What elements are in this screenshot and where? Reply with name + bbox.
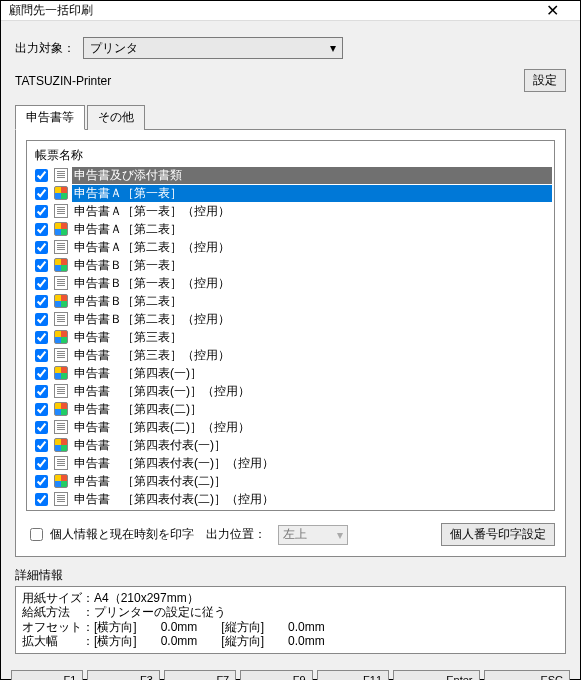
list-item-checkbox[interactable] [35,367,48,380]
list-item-checkbox[interactable] [35,331,48,344]
list-item-label: 申告書 ［第三表］ [72,329,552,346]
list-item-checkbox[interactable] [35,205,48,218]
document-icon [54,420,68,434]
list-item-label: 申告書Ｂ［第一表］（控用） [72,275,552,292]
f3-browse-button[interactable]: F3参照 [87,670,159,680]
list-item[interactable]: 申告書 ［第四表(二)］（控用） [35,418,552,436]
options-row: 個人情報と現在時刻を印字 出力位置： 左上 個人番号印字設定 [26,523,555,546]
output-target-row: 出力対象： プリンタ [15,37,566,59]
output-position-select[interactable]: 左上 [278,525,348,545]
list-item-checkbox[interactable] [35,313,48,326]
list-item-label: 申告書Ｂ［第一表］ [72,257,552,274]
form-list-header: 帳票名称 [35,147,552,164]
list-item-label: 申告書Ａ［第一表］（控用） [72,203,552,220]
list-item[interactable]: 申告書Ａ［第二表］（控用） [35,238,552,256]
close-icon[interactable]: ✕ [532,1,572,20]
list-item[interactable]: 申告書Ａ［第一表］ [35,184,552,202]
color-page-icon [54,474,68,488]
document-icon [54,240,68,254]
list-item[interactable]: 申告書Ｂ［第二表］（控用） [35,310,552,328]
list-item-checkbox[interactable] [35,259,48,272]
list-item-label: 申告書 ［第四表付表(一)］（控用） [72,455,552,472]
list-item[interactable]: 申告書Ｂ［第一表］ [35,256,552,274]
list-item[interactable]: 申告書 ［第四表付表(一)］ [35,436,552,454]
esc-cancel-button[interactable]: ESCｷｬﾝｾﾙ [484,670,570,680]
color-page-icon [54,294,68,308]
list-item-checkbox[interactable] [35,277,48,290]
mynumber-print-settings-button[interactable]: 個人番号印字設定 [441,523,555,546]
printer-name: TATSUZIN-Printer [15,74,524,88]
list-item[interactable]: 申告書 ［第四表(一)］ [35,364,552,382]
list-item[interactable]: 申告書Ｂ［第二表］ [35,292,552,310]
list-item-checkbox[interactable] [35,457,48,470]
detail-header: 詳細情報 [15,567,566,584]
list-item[interactable]: 申告書 ［第四表(一)］（控用） [35,382,552,400]
tab-panel: 帳票名称 申告書及び添付書類申告書Ａ［第一表］申告書Ａ［第一表］（控用）申告書Ａ… [15,129,566,557]
list-item[interactable]: 申告書及び添付書類 [35,166,552,184]
list-item[interactable]: 申告書Ａ［第二表］ [35,220,552,238]
list-item-checkbox[interactable] [35,295,48,308]
list-item-label: 申告書 ［第三表］（控用） [72,347,552,364]
list-item-checkbox[interactable] [35,223,48,236]
document-icon [54,168,68,182]
output-target-label: 出力対象： [15,40,75,57]
print-personal-info-label: 個人情報と現在時刻を印字 [50,526,194,543]
list-item[interactable]: 申告書 ［第四表付表(二)］（控用） [35,490,552,508]
list-item-label: 申告書 ［第四表付表(一)］ [72,437,552,454]
list-item[interactable]: 申告書 ［第四表(二)］ [35,400,552,418]
printer-row: TATSUZIN-Printer 設定 [15,69,566,92]
document-icon [54,204,68,218]
color-page-icon [54,330,68,344]
f11-selectall-button[interactable]: F11全選択 [317,670,389,680]
output-target-value: プリンタ [90,40,138,57]
enter-confirm-button[interactable]: Enter確定 [393,670,479,680]
output-position-value: 左上 [283,526,307,543]
list-item-label: 申告書 ［第四表(一)］（控用） [72,383,552,400]
list-item-checkbox[interactable] [35,439,48,452]
list-item-label: 申告書 ［第四表(二)］（控用） [72,419,552,436]
list-item-label: 申告書 ［第四表付表(二)］（控用） [72,491,552,508]
list-item-checkbox[interactable] [35,241,48,254]
f9-printer-button[interactable]: F9プリンタ [240,670,312,680]
list-item-checkbox[interactable] [35,385,48,398]
document-icon [54,276,68,290]
form-list[interactable]: 申告書及び添付書類申告書Ａ［第一表］申告書Ａ［第一表］（控用）申告書Ａ［第二表］… [35,166,552,508]
list-item[interactable]: 申告書 ［第四表付表(一)］（控用） [35,454,552,472]
list-item-checkbox[interactable] [35,169,48,182]
printer-settings-button[interactable]: 設定 [524,69,566,92]
tab-shinkokusho[interactable]: 申告書等 [15,105,85,130]
list-item-checkbox[interactable] [35,349,48,362]
list-item[interactable]: 申告書 ［第三表］ [35,328,552,346]
content-area: 出力対象： プリンタ TATSUZIN-Printer 設定 申告書等 その他 … [1,21,580,664]
tab-strip: 申告書等 その他 [15,104,566,130]
list-item-label: 申告書Ａ［第二表］（控用） [72,239,552,256]
document-icon [54,384,68,398]
document-icon [54,492,68,506]
list-item[interactable]: 申告書 ［第四表付表(二)］ [35,472,552,490]
list-item-checkbox[interactable] [35,403,48,416]
tab-other[interactable]: その他 [87,105,145,130]
list-item-label: 申告書 ［第四表付表(二)］ [72,473,552,490]
list-item[interactable]: 申告書 ［第三表］（控用） [35,346,552,364]
list-item[interactable]: 申告書Ａ［第一表］（控用） [35,202,552,220]
list-item-label: 申告書Ｂ［第二表］（控用） [72,311,552,328]
print-personal-info-input[interactable] [30,528,43,541]
list-item-label: 申告書Ａ［第一表］ [72,185,552,202]
f7-mynumber-button[interactable]: F7個人番号 [164,670,236,680]
print-personal-info-checkbox[interactable]: 個人情報と現在時刻を印字 [26,525,194,544]
list-item-checkbox[interactable] [35,475,48,488]
detail-box: 用紙サイズ：A4（210x297mm） 給紙方法 ：プリンターの設定に従う オフ… [15,586,566,654]
list-item-checkbox[interactable] [35,187,48,200]
output-target-select[interactable]: プリンタ [83,37,343,59]
f1-help-button[interactable]: F1ヘルプ [11,670,83,680]
color-page-icon [54,402,68,416]
document-icon [54,456,68,470]
list-item-label: 申告書 ［第四表(二)］ [72,401,552,418]
output-position-label: 出力位置： [206,526,266,543]
list-item-checkbox[interactable] [35,421,48,434]
list-item-checkbox[interactable] [35,493,48,506]
list-item-label: 申告書Ｂ［第二表］ [72,293,552,310]
window-title: 顧問先一括印刷 [9,2,532,19]
list-item[interactable]: 申告書Ｂ［第一表］（控用） [35,274,552,292]
function-key-bar: F1ヘルプ F3参照 F7個人番号 F9プリンタ F11全選択 Enter確定 … [1,664,580,680]
